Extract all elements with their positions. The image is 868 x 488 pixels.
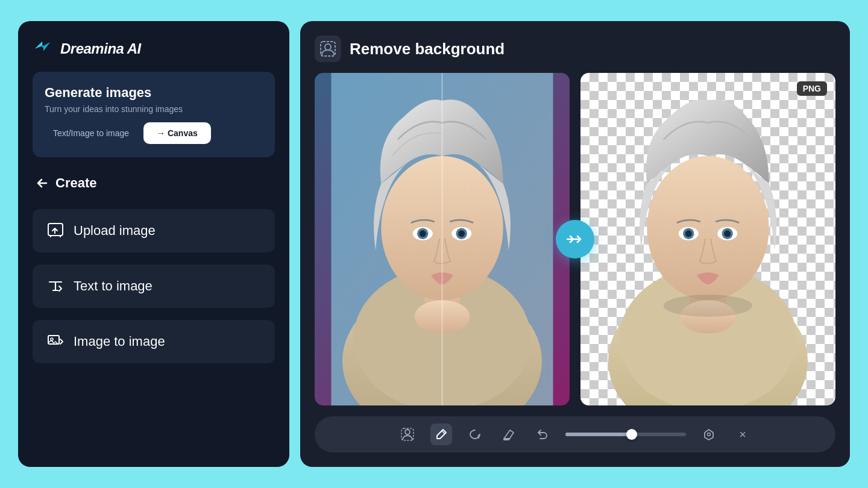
text-to-image-icon <box>47 278 64 295</box>
logo-icon <box>33 38 54 60</box>
svg-point-26 <box>685 230 692 237</box>
png-badge: PNG <box>797 81 827 96</box>
image-to-image-label: Image to image <box>74 334 165 349</box>
right-panel: Remove background <box>300 21 850 467</box>
generate-buttons: Text/Image to image → Canvas <box>45 122 263 144</box>
undo-button[interactable] <box>532 424 553 445</box>
svg-point-34 <box>708 433 711 436</box>
upload-image-item[interactable]: Upload image <box>33 209 275 252</box>
app-container: Dreamina AI Generate images Turn your id… <box>0 0 868 488</box>
upload-image-label: Upload image <box>74 223 156 239</box>
text-image-button[interactable]: Text/Image to image <box>45 124 137 143</box>
forward-arrows-icon <box>565 232 585 246</box>
text-to-image-label: Text to image <box>74 278 153 294</box>
process-arrow-button[interactable] <box>556 220 594 258</box>
right-header: Remove background <box>315 36 835 62</box>
back-arrow-icon <box>35 176 49 190</box>
generate-subtitle: Turn your ideas into stunning images <box>45 104 263 114</box>
processed-image: PNG <box>580 73 835 405</box>
svg-point-14 <box>420 230 426 237</box>
canvas-button[interactable]: → Canvas <box>143 122 211 144</box>
header-icon-wrap <box>315 36 341 62</box>
generate-title: Generate images <box>45 85 263 101</box>
original-image <box>315 73 570 405</box>
svg-marker-1 <box>43 42 50 51</box>
image-to-image-icon <box>47 333 64 350</box>
upload-icon <box>47 222 64 239</box>
app-name: Dreamina AI <box>60 40 141 57</box>
toolbar: × <box>315 416 835 452</box>
images-area: PNG <box>315 73 835 405</box>
svg-marker-0 <box>35 41 50 51</box>
page-title: Remove background <box>350 40 505 58</box>
settings-tool-button[interactable] <box>698 424 720 445</box>
remove-bg-icon <box>319 40 336 57</box>
create-label: Create <box>55 175 96 191</box>
svg-point-32 <box>405 430 410 434</box>
eraser-tool-button[interactable] <box>498 424 520 445</box>
svg-point-31 <box>664 295 752 317</box>
svg-point-6 <box>325 44 331 50</box>
logo-row: Dreamina AI <box>33 38 275 60</box>
close-button[interactable]: × <box>732 424 753 445</box>
generate-card: Generate images Turn your ideas into stu… <box>33 72 275 157</box>
image-to-image-item[interactable]: Image to image <box>33 320 275 363</box>
create-row[interactable]: Create <box>33 169 275 197</box>
brush-size-slider[interactable] <box>565 433 686 436</box>
original-portrait <box>315 73 570 405</box>
left-panel: Dreamina AI Generate images Turn your id… <box>18 21 289 467</box>
person-tool-button[interactable] <box>397 424 418 445</box>
lasso-tool-button[interactable] <box>464 424 486 445</box>
text-to-image-item[interactable]: Text to image <box>33 264 275 308</box>
brush-tool-button[interactable] <box>430 424 452 445</box>
svg-point-29 <box>724 230 731 237</box>
processed-portrait <box>580 73 835 405</box>
svg-point-17 <box>458 230 465 237</box>
